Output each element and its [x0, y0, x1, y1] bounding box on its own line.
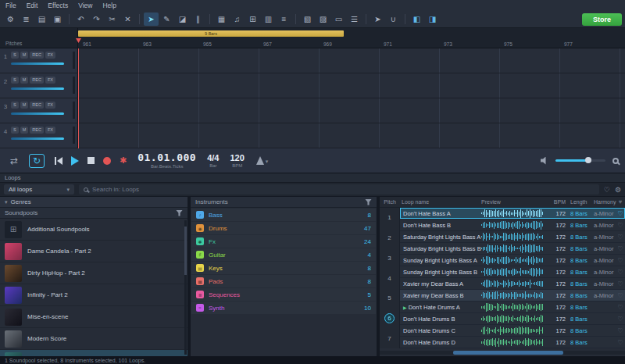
- track-rec-button[interactable]: REC: [30, 102, 44, 109]
- loop-preview-waveform[interactable]: [481, 326, 547, 336]
- track-volume-slider[interactable]: [11, 87, 64, 90]
- pitch-6[interactable]: 6: [380, 309, 399, 329]
- track-s-button[interactable]: S: [11, 52, 19, 59]
- track-fx-button[interactable]: FX: [45, 127, 55, 134]
- pa-speaker-icon-2[interactable]: ◨: [425, 12, 440, 26]
- loop-preview-waveform[interactable]: [481, 220, 547, 230]
- track-lane[interactable]: [78, 73, 625, 98]
- favorite-icon[interactable]: ♡: [616, 210, 625, 217]
- track-m-button[interactable]: M: [20, 127, 29, 134]
- loop-toggle-icon[interactable]: ↻: [29, 154, 45, 168]
- soundpool-item[interactable]: [0, 350, 188, 356]
- favorite-icon[interactable]: ♡: [616, 257, 625, 264]
- keyboard-icon[interactable]: ▨: [316, 12, 330, 26]
- volume-knob[interactable]: [585, 157, 591, 163]
- column-favorite-icon[interactable]: ♥: [616, 198, 625, 205]
- menu-item-help[interactable]: Help: [102, 2, 116, 9]
- undo-icon[interactable]: ↶: [73, 12, 88, 26]
- menu-item-file[interactable]: File: [5, 2, 16, 9]
- track-lane[interactable]: [78, 48, 625, 73]
- grid-icon[interactable]: ⊞: [245, 12, 260, 26]
- instrument-item[interactable]: ✱Fx24: [191, 235, 376, 248]
- mixer-icon[interactable]: ≡: [277, 12, 291, 26]
- pa-speaker-icon[interactable]: ◧: [409, 12, 424, 26]
- skip-start-button[interactable]: [55, 157, 62, 165]
- track-s-button[interactable]: S: [11, 77, 19, 84]
- track-s-button[interactable]: S: [11, 127, 19, 134]
- signature-display[interactable]: 4/4 Bar: [207, 153, 219, 168]
- instrument-item[interactable]: ≣Sequences5: [191, 288, 376, 301]
- pitch-5[interactable]: 5: [380, 288, 399, 309]
- column-length[interactable]: Length: [566, 199, 591, 205]
- favorite-icon[interactable]: ♡: [616, 327, 625, 334]
- favorite-icon[interactable]: ♡: [616, 339, 625, 346]
- track-m-button[interactable]: M: [20, 52, 29, 59]
- favorites-filter-icon[interactable]: ♡: [604, 186, 610, 194]
- draw-tool-icon[interactable]: ✎: [159, 12, 174, 26]
- pitch-1[interactable]: 1: [380, 208, 399, 228]
- track-m-button[interactable]: M: [20, 102, 29, 109]
- filter-funnel-icon[interactable]: [176, 210, 183, 216]
- soundpool-item[interactable]: Dirty HipHop - Part 2: [0, 262, 188, 284]
- cut-icon[interactable]: ✂: [105, 12, 120, 26]
- loop-preview-waveform[interactable]: [481, 302, 547, 312]
- loop-row[interactable]: Saturday Bright Lights Bass B1728 Barsa-…: [400, 243, 625, 255]
- favorite-icon[interactable]: ♡: [616, 316, 625, 323]
- video-icon[interactable]: ▭: [331, 12, 346, 26]
- position-display[interactable]: 01.01.000 Bar.Beats.Ticks: [138, 152, 196, 169]
- instrument-item[interactable]: ◉Drums47: [191, 222, 376, 234]
- menu-item-view[interactable]: View: [78, 2, 92, 9]
- track-volume-slider[interactable]: [11, 137, 64, 140]
- track-volume-slider[interactable]: [11, 62, 64, 65]
- audio-setup-icon[interactable]: ≣: [19, 12, 34, 26]
- soundpools-scrollbar[interactable]: [184, 220, 187, 355]
- piano-roll-icon[interactable]: ▦: [214, 12, 229, 26]
- pitch-3[interactable]: 3: [380, 248, 399, 268]
- track-rec-button[interactable]: REC: [30, 52, 44, 59]
- track-volume-slider[interactable]: [11, 112, 64, 115]
- pitch-7[interactable]: 7: [380, 328, 399, 348]
- instrument-item[interactable]: ▦Pads8: [191, 275, 376, 287]
- loop-row[interactable]: Xavier my Dear Bass A1728 Barsa-Minor♡: [400, 278, 625, 290]
- scrollbar-thumb[interactable]: [453, 351, 563, 355]
- favorite-icon[interactable]: ♡: [616, 269, 625, 276]
- save-icon[interactable]: ▣: [50, 12, 65, 26]
- loop-preview-waveform[interactable]: [481, 291, 547, 301]
- loop-row[interactable]: Don't Hate Drums D1728 Bars♡: [400, 337, 625, 348]
- favorite-icon[interactable]: ♡: [616, 245, 625, 252]
- favorite-icon[interactable]: ♡: [616, 304, 625, 311]
- column-loop-name[interactable]: Loop name: [400, 199, 481, 205]
- column-bpm[interactable]: BPM: [547, 199, 566, 205]
- loop-row[interactable]: Don't Hate Bass B1728 Barsa-Minor♡: [400, 219, 625, 231]
- loop-row[interactable]: Sunday Bright Lights Bass B1728 Barsa-Mi…: [400, 266, 625, 278]
- pitch-4[interactable]: 4: [380, 268, 399, 288]
- loop-row[interactable]: Sunday Bright Lights Bass A1728 Barsa-Mi…: [400, 255, 625, 266]
- pitch-2[interactable]: 2: [380, 228, 399, 248]
- search-box[interactable]: [79, 184, 599, 194]
- track-fx-button[interactable]: FX: [45, 52, 55, 59]
- instrument-item[interactable]: ♪Bass8: [191, 209, 376, 221]
- new-project-icon[interactable]: ▤: [34, 12, 49, 26]
- loops-settings-icon[interactable]: ⚙: [615, 186, 621, 194]
- loop-preview-waveform[interactable]: [481, 314, 547, 324]
- loop-preview-waveform[interactable]: [481, 209, 547, 219]
- loop-preview-waveform[interactable]: [481, 232, 547, 242]
- filter-funnel-icon[interactable]: [365, 199, 372, 205]
- track-lane[interactable]: [78, 98, 625, 123]
- stop-button[interactable]: [88, 157, 95, 164]
- soundpool-item[interactable]: Dame Candela - Part 2: [0, 241, 188, 262]
- loops-scrollbar-horizontal[interactable]: [380, 351, 625, 355]
- delete-icon[interactable]: ✕: [120, 12, 135, 26]
- loop-row[interactable]: ▶Don't Hate Drums A1728 Bars♡: [400, 302, 625, 313]
- levels-icon[interactable]: ▥: [261, 12, 276, 26]
- loop-row[interactable]: Don't Hate Bass A1728 Barsa-Minor♡: [400, 208, 625, 219]
- metronome-button[interactable]: ▾: [256, 156, 269, 165]
- track-s-button[interactable]: S: [11, 102, 19, 109]
- loop-preview-waveform[interactable]: [481, 337, 547, 348]
- favorite-icon[interactable]: ♡: [616, 292, 625, 299]
- zoom-icon[interactable]: [612, 158, 619, 164]
- play-button[interactable]: [71, 156, 79, 166]
- record-button[interactable]: [103, 157, 111, 165]
- arranger-mode-icon[interactable]: ⇄: [6, 154, 22, 168]
- loop-preview-waveform[interactable]: [481, 267, 547, 277]
